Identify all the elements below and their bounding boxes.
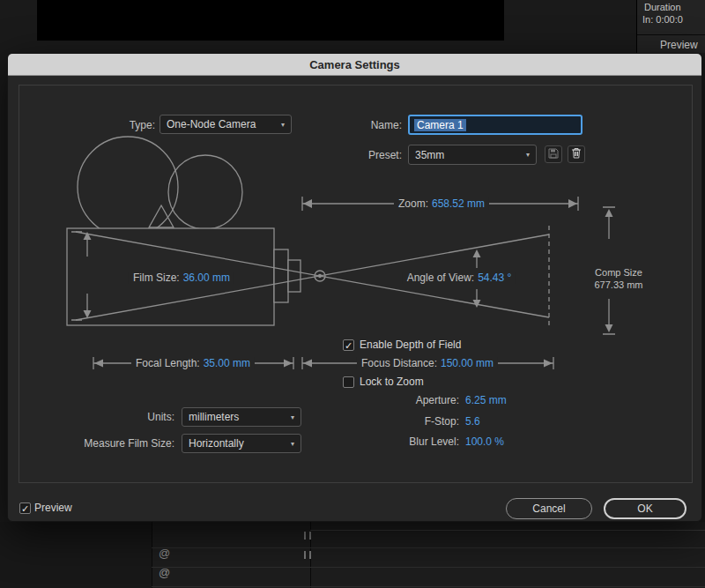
chevron-down-icon: ▾ <box>291 440 294 448</box>
check-icon: ✓ <box>21 503 29 514</box>
film-size-field: Film Size:36.00 mm <box>129 272 234 284</box>
focus-distance-value[interactable]: 150.00 mm <box>441 357 494 369</box>
panel-divider <box>637 34 705 35</box>
units-dropdown[interactable]: millimeters ▾ <box>182 407 301 427</box>
timeline-background: @ @ <box>0 522 705 588</box>
preview-panel-title: Preview <box>660 39 698 51</box>
delete-preset-button[interactable] <box>568 145 585 163</box>
measure-film-size-dropdown[interactable]: Horizontally ▾ <box>182 434 301 453</box>
preset-label: Preset: <box>343 149 402 161</box>
duration-label: Duration <box>644 2 681 12</box>
type-dropdown-value: One-Node Camera <box>167 118 256 130</box>
angle-of-view-value[interactable]: 54.43 ° <box>478 272 511 284</box>
focus-distance-field: Focus Distance:150.00 mm <box>357 357 498 369</box>
aperture-label: Aperture: <box>343 394 459 406</box>
measure-dropdown-value: Horizontally <box>189 437 244 450</box>
focal-length-label: Focal Length: <box>136 357 200 369</box>
angle-of-view-label: Angle of View: <box>407 272 475 284</box>
focal-length-field: Focal Length:35.00 mm <box>131 357 255 369</box>
lock-to-zoom-checkbox[interactable] <box>343 376 354 388</box>
comp-viewer-background <box>37 0 504 41</box>
camera-settings-dialog: Camera Settings <box>7 53 702 522</box>
fstop-value[interactable]: 5.6 <box>465 415 480 428</box>
aperture-value[interactable]: 6.25 mm <box>465 394 507 406</box>
check-icon: ✓ <box>345 340 352 351</box>
preview-checkbox[interactable]: ✓ <box>19 502 31 514</box>
comp-size-value: 677.33 mm <box>594 279 642 291</box>
angle-of-view-field: Angle of View:54.43 ° <box>403 272 516 284</box>
zoom-value[interactable]: 658.52 mm <box>432 197 485 210</box>
fstop-label: F-Stop: <box>343 415 459 428</box>
preview-label: Preview <box>34 502 72 514</box>
preset-dropdown-value: 35mm <box>415 149 444 161</box>
timeline-divider <box>152 522 152 588</box>
keyframe-tick <box>309 551 311 559</box>
zoom-label: Zoom: <box>398 197 428 210</box>
save-icon <box>548 146 559 162</box>
enable-dof-label: Enable Depth of Field <box>360 339 461 351</box>
dialog-title: Camera Settings <box>309 58 400 71</box>
lock-to-zoom-label: Lock to Zoom <box>360 376 424 388</box>
keyframe-tick <box>309 532 311 540</box>
keyframe-tick <box>304 532 306 540</box>
preset-dropdown[interactable]: 35mm ▾ <box>408 145 537 165</box>
dialog-titlebar[interactable]: Camera Settings <box>8 54 701 76</box>
after-effects-app: Duration In: 0:00:0 Preview @ @ Camera S… <box>0 0 705 588</box>
timeline-row-line <box>310 530 705 531</box>
timeline-row-line <box>152 586 705 587</box>
enable-dof-checkbox[interactable]: ✓ <box>343 339 354 351</box>
film-size-value[interactable]: 36.00 mm <box>183 272 230 284</box>
comp-size-readout: Comp Size 677.33 mm <box>594 266 642 291</box>
focus-distance-label: Focus Distance: <box>361 357 437 369</box>
pick-whip-icon: @ <box>159 547 170 560</box>
zoom-field: Zoom:658.52 mm <box>394 197 489 210</box>
comp-size-label: Comp Size <box>594 266 642 279</box>
units-label: Units: <box>78 411 174 423</box>
save-preset-button[interactable] <box>545 145 562 163</box>
type-label: Type: <box>61 119 155 131</box>
measure-film-size-label: Measure Film Size: <box>43 437 174 450</box>
film-size-label: Film Size: <box>133 272 180 284</box>
timeline-row-line <box>152 567 705 568</box>
keyframe-tick <box>304 551 306 559</box>
timeline-row-line <box>152 547 705 548</box>
chevron-down-icon: ▾ <box>281 121 285 129</box>
ok-button[interactable]: OK <box>604 498 686 519</box>
type-dropdown[interactable]: One-Node Camera ▾ <box>160 115 292 134</box>
units-dropdown-value: millimeters <box>189 411 239 423</box>
blur-level-label: Blur Level: <box>343 435 459 448</box>
in-time-label: In: 0:00:0 <box>642 14 683 25</box>
info-panel: Duration In: 0:00:0 Preview <box>636 0 705 53</box>
name-label: Name: <box>343 119 402 131</box>
dialog-content: Type: One-Node Camera ▾ Name: Camera 1 P… <box>8 75 701 521</box>
chevron-down-icon: ▾ <box>291 413 294 421</box>
chevron-down-icon: ▾ <box>526 151 530 159</box>
name-input-value: Camera 1 <box>414 119 466 131</box>
camera-schematic <box>8 75 701 521</box>
trash-icon <box>571 146 582 162</box>
pick-whip-icon: @ <box>159 566 170 579</box>
name-input[interactable]: Camera 1 <box>408 115 583 135</box>
blur-level-value[interactable]: 100.0 % <box>465 435 504 448</box>
focal-length-value[interactable]: 35.00 mm <box>204 357 250 369</box>
timeline-left-column <box>0 522 152 588</box>
cancel-button[interactable]: Cancel <box>506 498 592 519</box>
